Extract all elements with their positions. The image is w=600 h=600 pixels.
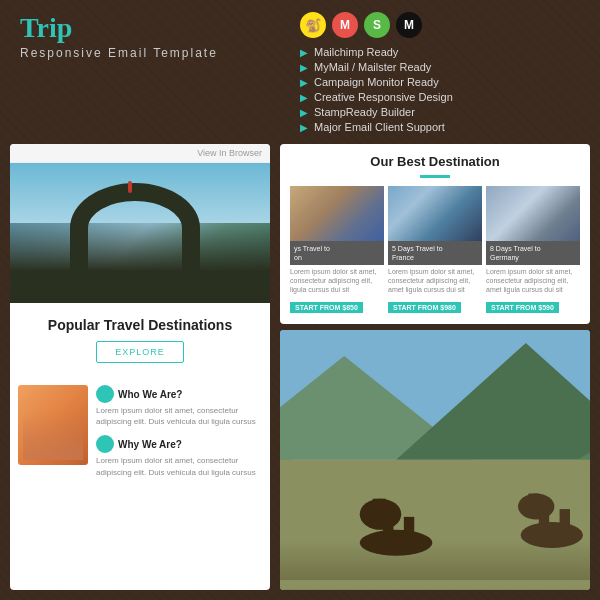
header: Trip Responsive Email Template 🐒 M S M ▶…	[0, 0, 600, 144]
dest-image-paris	[290, 186, 384, 241]
why-desc: Lorem ipsum dolor sit amet, consectetur …	[96, 455, 262, 477]
anchor-icon	[96, 435, 114, 453]
mailster-icon: M	[396, 12, 422, 38]
arrow-icon: ▶	[300, 62, 308, 73]
feature-list: ▶ Mailchimp Ready ▶ MyMail / Mailster Re…	[300, 46, 580, 136]
animals-overlay	[280, 540, 590, 580]
hero-figure	[128, 181, 132, 193]
why-title: Why We Are?	[118, 439, 182, 450]
service-icons-row: 🐒 M S M	[300, 12, 580, 38]
dest-price: START FROM $590	[486, 302, 559, 313]
svg-rect-18	[560, 510, 570, 536]
browser-bar[interactable]: View In Browser	[10, 144, 270, 163]
best-destination-card: Our Best Destination ys Travel to on Lor…	[280, 144, 590, 324]
info-text-block: Who We Are? Lorem ipsum dolor sit amet, …	[96, 385, 262, 486]
brand-subtitle: Responsive Email Template	[20, 46, 300, 60]
info-item-why: Why We Are? Lorem ipsum dolor sit amet, …	[96, 435, 262, 477]
info-image	[18, 385, 88, 465]
travel-title: Popular Travel Destinations	[20, 317, 260, 333]
brand-title: Trip	[20, 12, 300, 44]
email-preview: View In Browser Popular Travel Destinati…	[10, 144, 270, 590]
destination-item: 5 Days Travel to France Lorem ipsum dolo…	[388, 186, 482, 314]
hero-rocks	[10, 223, 270, 303]
dest-price: START FROM $850	[290, 302, 363, 313]
dest-image-germany	[486, 186, 580, 241]
feature-item: ▶ MyMail / Mailster Ready	[300, 61, 580, 73]
destination-item: ys Travel to on Lorem ipsum dolor sit am…	[290, 186, 384, 314]
person-icon	[96, 385, 114, 403]
explore-button[interactable]: EXPLORE	[96, 341, 184, 363]
landscape-image	[280, 330, 590, 590]
dest-label: ys Travel to on	[290, 241, 384, 265]
right-section: Our Best Destination ys Travel to on Lor…	[280, 144, 590, 590]
arrow-icon: ▶	[300, 107, 308, 118]
feature-item: ▶ Creative Responsive Design	[300, 91, 580, 103]
dest-label: 5 Days Travel to France	[388, 241, 482, 265]
dest-desc: Lorem ipsum dolor sit amet, consectetur …	[290, 265, 384, 296]
arrow-icon: ▶	[300, 92, 308, 103]
destination-item: 8 Days Travel to Germany Lorem ipsum dol…	[486, 186, 580, 314]
info-header: Who We Are?	[96, 385, 262, 403]
who-title: Who We Are?	[118, 389, 182, 400]
feature-item: ▶ Mailchimp Ready	[300, 46, 580, 58]
people-overlay	[23, 400, 83, 460]
info-header: Why We Are?	[96, 435, 262, 453]
travel-text: Popular Travel Destinations EXPLORE	[10, 303, 270, 377]
feature-item: ▶ Major Email Client Support	[300, 121, 580, 133]
arrow-icon: ▶	[300, 77, 308, 88]
feature-item: ▶ StampReady Builder	[300, 106, 580, 118]
title-underline	[420, 175, 450, 178]
stampready-icon: S	[364, 12, 390, 38]
mail-icon: M	[332, 12, 358, 38]
feature-item: ▶ Campaign Monitor Ready	[300, 76, 580, 88]
dest-desc: Lorem ipsum dolor sit amet, consectetur …	[388, 265, 482, 296]
svg-rect-20	[528, 494, 538, 515]
dest-image-france	[388, 186, 482, 241]
arrow-icon: ▶	[300, 122, 308, 133]
bottom-landscape	[280, 330, 590, 590]
hero-image	[10, 163, 270, 303]
arrow-icon: ▶	[300, 47, 308, 58]
mailchimp-icon: 🐒	[300, 12, 326, 38]
dest-price: START FROM $980	[388, 302, 461, 313]
destination-grid: ys Travel to on Lorem ipsum dolor sit am…	[290, 186, 580, 314]
info-section: Who We Are? Lorem ipsum dolor sit amet, …	[10, 377, 270, 494]
left-header: Trip Responsive Email Template	[20, 12, 300, 60]
dest-label: 8 Days Travel to Germany	[486, 241, 580, 265]
right-header: 🐒 M S M ▶ Mailchimp Ready ▶ MyMail / Mai…	[300, 12, 580, 136]
svg-rect-15	[373, 499, 386, 522]
info-item-who: Who We Are? Lorem ipsum dolor sit amet, …	[96, 385, 262, 427]
main-content: View In Browser Popular Travel Destinati…	[0, 144, 600, 600]
best-dest-title: Our Best Destination	[290, 154, 580, 169]
dest-desc: Lorem ipsum dolor sit amet, consectetur …	[486, 265, 580, 296]
who-desc: Lorem ipsum dolor sit amet, consectetur …	[96, 405, 262, 427]
